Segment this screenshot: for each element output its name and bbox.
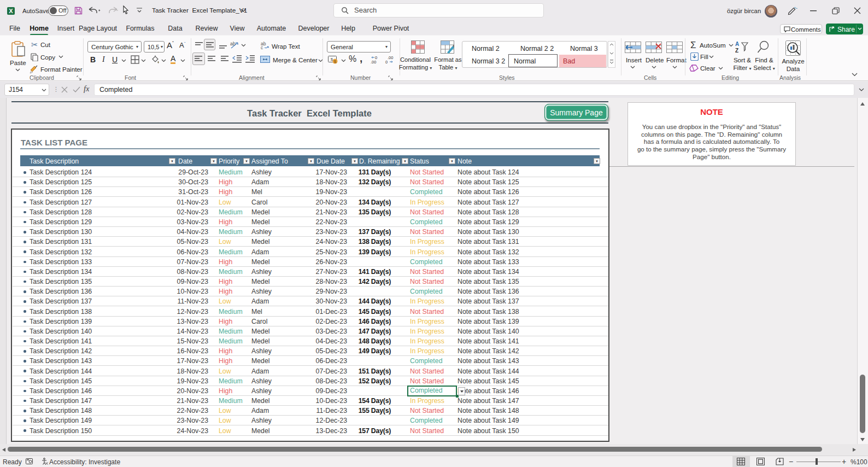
svg-text:ab: ab — [230, 41, 236, 46]
svg-text:.00: .00 — [371, 60, 376, 64]
svg-text:A: A — [735, 41, 739, 47]
svg-text:.00: .00 — [388, 55, 393, 60]
svg-text:$: $ — [331, 57, 333, 62]
svg-text:X: X — [9, 8, 13, 14]
svg-text:Z: Z — [735, 48, 738, 53]
svg-text:0: 0 — [385, 60, 388, 64]
svg-text:$: $ — [334, 59, 337, 64]
